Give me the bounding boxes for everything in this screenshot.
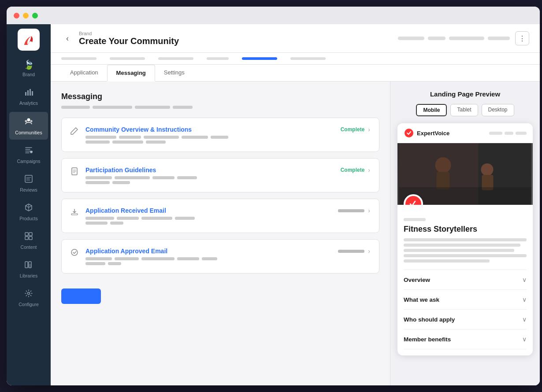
preview-tab-mobile[interactable]: Mobile: [416, 104, 447, 116]
sidebar-item-content[interactable]: Content: [9, 227, 48, 254]
tab-settings[interactable]: Settings: [155, 65, 193, 81]
preview-desc-ph-3: [404, 249, 514, 252]
expertvoice-brand-name: ExpertVoice: [417, 130, 449, 137]
sidebar-item-configure-label: Configure: [19, 302, 39, 307]
preview-rating-ph: [404, 218, 527, 221]
participation-guidelines-link[interactable]: Participation Guidelines: [85, 166, 334, 174]
progress-step-4[interactable]: [207, 57, 229, 60]
community-overview-content: Community Overview & Instructions: [85, 126, 334, 144]
minimize-button[interactable]: [23, 13, 29, 18]
desc-ph-4: [173, 106, 193, 109]
preview-desc-ph-1: [404, 238, 527, 241]
ph: [112, 141, 143, 144]
ph: [175, 217, 195, 220]
ph: [141, 217, 172, 220]
sidebar-item-libraries[interactable]: Libraries: [9, 256, 48, 283]
sidebar-item-reviews[interactable]: Reviews: [9, 170, 48, 197]
ev-logo-icon: [404, 128, 414, 138]
approved-status: ›: [338, 248, 370, 255]
accordion-overview-label: Overview: [404, 277, 430, 283]
sidebar-item-products[interactable]: Products: [9, 199, 48, 226]
ph: [202, 257, 217, 260]
application-received-content: Application Received Email: [85, 207, 331, 225]
progress-step-6[interactable]: [290, 57, 326, 60]
communities-icon: [24, 116, 33, 128]
close-button[interactable]: [14, 13, 19, 18]
brand-badge-icon: [408, 199, 418, 205]
back-button[interactable]: ‹: [61, 32, 74, 44]
svg-rect-13: [25, 262, 28, 268]
application-approved-link[interactable]: Application Approved Email: [85, 248, 331, 255]
ph: [85, 222, 108, 225]
tab-application[interactable]: Application: [61, 65, 107, 81]
progress-step-1[interactable]: [61, 57, 97, 60]
community-overview-card[interactable]: Community Overview & Instructions: [61, 118, 379, 152]
ph: [144, 136, 179, 139]
save-button[interactable]: Save: [61, 288, 101, 304]
tab-messaging[interactable]: Messaging: [107, 65, 155, 81]
ph: [85, 176, 112, 179]
content-icon: [24, 232, 33, 243]
approved-ph: [85, 257, 331, 265]
svg-rect-10: [29, 233, 32, 236]
tab-bar: Application Messaging Settings: [51, 65, 540, 81]
ph: [85, 141, 110, 144]
desc-ph-3: [135, 106, 170, 109]
ph: [117, 217, 139, 220]
sidebar-item-communities[interactable]: Communities: [9, 112, 48, 140]
svg-point-4: [27, 118, 30, 122]
svg-point-6: [30, 120, 33, 122]
sidebar-item-brand[interactable]: 🍃 Brand: [9, 55, 48, 81]
products-icon: [24, 203, 33, 214]
content-area: Messaging Community Overview & Ins: [51, 81, 540, 385]
preview-desc-ph-5: [404, 259, 490, 263]
maximize-button[interactable]: [32, 13, 38, 18]
preview-desc-ph-2: [404, 244, 520, 247]
sidebar-item-reviews-label: Reviews: [20, 187, 37, 192]
accordion-member-benefits[interactable]: Member benefits ∨: [404, 329, 527, 349]
accordion-overview[interactable]: Overview ∨: [404, 270, 527, 290]
accordion-what-we-ask[interactable]: What we ask ∨: [404, 290, 527, 310]
progress-step-5[interactable]: [242, 57, 277, 60]
application-approved-card[interactable]: Application Approved Email: [61, 239, 379, 274]
document-icon: [71, 167, 78, 178]
preview-tab-desktop[interactable]: Desktop: [482, 104, 514, 116]
sidebar-item-campaigns-label: Campaigns: [17, 159, 40, 164]
titlebar: [7, 7, 540, 24]
sidebar-item-analytics[interactable]: Analytics: [9, 83, 48, 110]
ph: [85, 136, 116, 139]
preview-community-name: Fitness Storytellers: [404, 225, 527, 234]
accordion-who-should-apply[interactable]: Who should apply ∨: [404, 310, 527, 329]
preview-tab-tablet[interactable]: Tablet: [450, 104, 478, 116]
svg-rect-0: [25, 92, 26, 96]
app-window: 🍃 Brand Analytics Communities Campa: [7, 7, 540, 385]
application-received-card[interactable]: Application Received Email: [61, 199, 379, 233]
svg-rect-3: [32, 91, 33, 96]
svg-point-25: [481, 163, 494, 176]
preview-panel: Landing Page Preview Mobile Tablet Deskt…: [390, 81, 540, 385]
svg-point-20: [405, 129, 413, 137]
sidebar-item-brand-label: Brand: [22, 72, 35, 77]
participation-guidelines-card[interactable]: Participation Guidelines: [61, 158, 379, 192]
svg-rect-24: [437, 172, 450, 189]
ph: [182, 136, 208, 139]
ph: [85, 181, 110, 184]
chevron-right-icon: ›: [368, 126, 370, 133]
preview-body: Fitness Storytellers: [397, 205, 533, 355]
ph: [211, 136, 228, 139]
svg-rect-9: [25, 233, 28, 236]
progress-step-3[interactable]: [158, 57, 193, 60]
header: ‹ Brand Create Your Community ⋮: [51, 24, 540, 53]
sidebar-item-campaigns[interactable]: Campaigns: [9, 141, 48, 168]
application-received-link[interactable]: Application Received Email: [85, 207, 331, 214]
preview-device-tabs: Mobile Tablet Desktop: [397, 104, 533, 116]
progress-step-2[interactable]: [110, 57, 145, 60]
status-badge-complete-2: Complete: [341, 167, 365, 173]
svg-point-5: [25, 120, 27, 122]
status-ph: [338, 209, 364, 212]
leaf-icon: [22, 33, 36, 47]
svg-rect-1: [27, 90, 29, 96]
more-options-button[interactable]: ⋮: [515, 31, 529, 45]
community-overview-link[interactable]: Community Overview & Instructions: [85, 126, 334, 133]
sidebar-item-configure[interactable]: Configure: [9, 285, 48, 311]
